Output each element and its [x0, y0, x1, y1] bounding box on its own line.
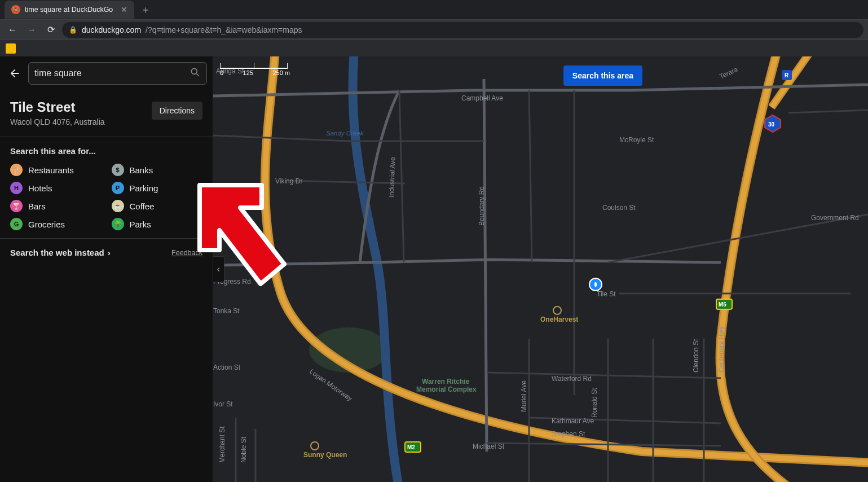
sidebar-back-button[interactable] — [6, 64, 24, 82]
search-web-link[interactable]: Search the web instead › — [10, 248, 111, 257]
scale-right: 250 m — [272, 69, 290, 76]
category-label: Banks — [130, 165, 153, 175]
search-input[interactable] — [34, 68, 190, 78]
category-label: Restaurants — [28, 165, 74, 175]
map[interactable]: Sandy Creek — [213, 56, 868, 482]
search-web-label: Search the web instead — [10, 248, 104, 257]
category-hotels[interactable]: HHotels — [10, 182, 102, 194]
svg-point-0 — [191, 68, 197, 74]
svg-text:Coulson St: Coulson St — [602, 204, 636, 212]
annotation-arrow-icon — [188, 174, 307, 298]
svg-text:Ivor St: Ivor St — [213, 400, 233, 408]
svg-text:Action St: Action St — [213, 363, 241, 371]
svg-text:Government Rd: Government Rd — [811, 214, 859, 222]
category-label: Parking — [130, 183, 158, 193]
svg-text:McRoyle St: McRoyle St — [619, 136, 654, 144]
categories: Search this area for... 🍴Restaurants$Ban… — [0, 137, 213, 239]
category-label: Groceries — [28, 220, 65, 229]
svg-text:Sunny Queen: Sunny Queen — [303, 451, 347, 459]
restaurants-icon: 🍴 — [10, 164, 23, 176]
svg-text:Muriel Ave: Muriel Ave — [520, 380, 528, 412]
groceries-icon: G — [10, 218, 23, 230]
new-tab-button[interactable]: ＋ — [138, 2, 153, 17]
shield-m2: M2 — [405, 442, 421, 452]
categories-grid: 🍴Restaurants$BanksHHotelsPParking🍸Bars☕C… — [10, 164, 202, 230]
categories-title: Search this area for... — [10, 146, 202, 156]
category-label: Coffee — [130, 201, 155, 211]
sidebar: Tile Street Wacol QLD 4076, Australia Di… — [0, 56, 213, 482]
parks-icon: 🌳 — [112, 218, 124, 230]
svg-text:Merchant St: Merchant St — [218, 426, 226, 463]
svg-text:Clendon St: Clendon St — [692, 339, 700, 373]
bookmarks-bar — [0, 40, 868, 56]
banks-icon: $ — [112, 164, 124, 176]
category-label: Parks — [130, 220, 151, 229]
svg-text:Industrial Ave: Industrial Ave — [387, 157, 397, 198]
svg-text:Ronald St: Ronald St — [591, 388, 598, 418]
browser-chrome: 🦆 time square at DuckDuckGo ✕ ＋ ← → ⟳ 🔒 … — [0, 0, 868, 56]
place-title: Tile Street — [10, 99, 105, 115]
svg-text:M2: M2 — [407, 444, 415, 450]
scale-bar: 0 125 250 m — [220, 63, 290, 76]
category-label: Hotels — [28, 183, 52, 193]
category-restaurants[interactable]: 🍴Restaurants — [10, 164, 102, 176]
url-path: /?q=time+square&t=h_&ia=web&iaxm=maps — [146, 25, 302, 34]
svg-text:Waterford Rd: Waterford Rd — [552, 375, 592, 383]
reload-button[interactable]: ⟳ — [43, 22, 59, 38]
svg-text:Centenary Hwy: Centenary Hwy — [717, 326, 725, 373]
tab-title: time square at DuckDuckGo — [25, 6, 113, 14]
svg-text:R: R — [785, 72, 789, 78]
address-bar: ← → ⟳ 🔒 duckduckgo.com/?q=time+square&t=… — [0, 19, 868, 40]
scale-0: 0 — [220, 69, 223, 76]
pin-dot-icon — [594, 282, 597, 287]
svg-text:Michael St: Michael St — [473, 442, 505, 450]
category-bars[interactable]: 🍸Bars — [10, 200, 102, 212]
svg-text:Noble St: Noble St — [240, 436, 248, 463]
shield-r: R — [782, 70, 792, 80]
bars-icon: 🍸 — [10, 200, 23, 212]
app: Tile Street Wacol QLD 4076, Australia Di… — [0, 56, 868, 482]
coffee-icon: ☕ — [112, 200, 124, 212]
svg-text:Tonka St: Tonka St — [213, 307, 240, 315]
lock-icon: 🔒 — [69, 26, 77, 34]
bottom-links: Search the web instead › Feedback — [0, 239, 213, 266]
search-this-area-button[interactable]: Search this area — [563, 65, 642, 86]
chevron-right-icon: › — [108, 248, 111, 257]
svg-text:OneHarvest: OneHarvest — [540, 316, 578, 323]
map-pin[interactable] — [589, 278, 602, 291]
svg-text:Stephen St: Stephen St — [552, 430, 585, 438]
back-nav-button[interactable]: ← — [5, 22, 20, 38]
search-icon[interactable] — [190, 67, 201, 81]
favicon-ddg: 🦆 — [11, 5, 20, 14]
place-address: Wacol QLD 4076, Australia — [10, 117, 105, 126]
tab-bar: 🦆 time square at DuckDuckGo ✕ ＋ — [0, 0, 868, 19]
svg-line-1 — [197, 73, 199, 76]
directions-button[interactable]: Directions — [152, 102, 202, 120]
map-canvas: Sandy Creek — [213, 56, 868, 482]
hotels-icon: H — [10, 182, 23, 194]
label-sandy-creek: Sandy Creek — [326, 130, 364, 137]
search-row — [0, 56, 213, 90]
category-label: Bars — [28, 201, 46, 211]
url-field[interactable]: 🔒 duckduckgo.com/?q=time+square&t=h_&ia=… — [62, 22, 863, 38]
browser-tab[interactable]: 🦆 time square at DuckDuckGo ✕ — [5, 1, 134, 19]
search-box[interactable] — [28, 62, 207, 85]
arrow-left-icon — [8, 67, 21, 80]
svg-text:M5: M5 — [719, 301, 726, 308]
svg-text:Campbell Ave: Campbell Ave — [461, 94, 503, 102]
forward-nav-button[interactable]: → — [24, 22, 39, 38]
shield-30: 30 — [765, 115, 781, 132]
scale-mid: 125 — [243, 69, 253, 76]
svg-text:Tile St: Tile St — [597, 290, 616, 298]
svg-text:Kathmaur Ave: Kathmaur Ave — [552, 417, 594, 425]
parking-icon: P — [112, 182, 124, 194]
shield-m5: M5 — [716, 299, 732, 309]
bookmark-folder-icon[interactable] — [6, 43, 16, 54]
label-park: Warren Ritchie Memorial Complex — [416, 378, 477, 393]
place-card: Tile Street Wacol QLD 4076, Australia Di… — [0, 90, 213, 137]
svg-text:Boundary Rd: Boundary Rd — [478, 186, 486, 226]
close-tab-icon[interactable]: ✕ — [121, 5, 127, 14]
category-groceries[interactable]: GGroceries — [10, 218, 102, 230]
svg-text:30: 30 — [768, 121, 775, 128]
url-host: duckduckgo.com — [82, 25, 141, 34]
